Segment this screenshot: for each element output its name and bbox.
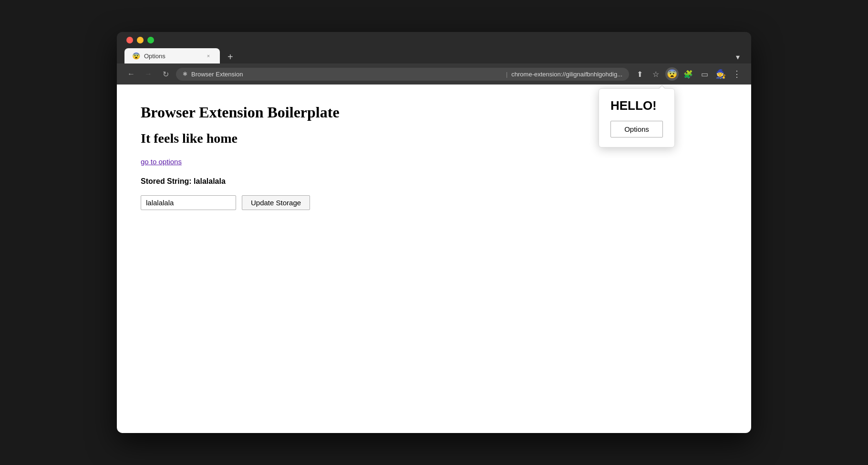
- minimize-window-button[interactable]: [137, 37, 144, 43]
- new-tab-button[interactable]: +: [222, 50, 239, 63]
- popup-options-button[interactable]: Options: [610, 121, 663, 137]
- extensions-puzzle-button[interactable]: 🧩: [682, 67, 695, 81]
- tab-dropdown-button[interactable]: ▾: [732, 51, 744, 63]
- share-button[interactable]: ⬆: [633, 67, 646, 81]
- extension-active-button[interactable]: 😨: [665, 67, 679, 81]
- extension-popup: HELLO! Options: [599, 88, 675, 148]
- extension-emoji-icon: 😨: [667, 69, 677, 79]
- address-bar[interactable]: ✱ Browser Extension | chrome-extension:/…: [176, 68, 629, 81]
- site-name: Browser Extension: [191, 71, 502, 78]
- storage-row: Update Storage: [141, 195, 727, 210]
- address-url: chrome-extension://gilignaifbnhlgohdig..…: [511, 71, 622, 78]
- forward-button[interactable]: →: [142, 67, 155, 81]
- browser-menu-button[interactable]: ⋮: [730, 67, 744, 81]
- maximize-window-button[interactable]: [147, 37, 154, 43]
- popup-arrow: [658, 85, 666, 89]
- storage-input[interactable]: [141, 195, 236, 210]
- active-tab[interactable]: 😨 Options ×: [124, 48, 220, 63]
- address-bar-area: ← → ↻ ✱ Browser Extension | chrome-exten…: [117, 63, 751, 85]
- tab-close-button[interactable]: ×: [205, 52, 212, 60]
- title-bar: 😨 Options × + ▾: [117, 32, 751, 63]
- tab-title: Options: [144, 53, 201, 60]
- page-content: Browser Extension Boilerplate It feels l…: [117, 85, 751, 433]
- close-window-button[interactable]: [126, 37, 133, 43]
- update-storage-button[interactable]: Update Storage: [242, 195, 310, 210]
- tab-extension-icon: 😨: [132, 52, 140, 60]
- go-to-options-link[interactable]: go to options: [141, 158, 182, 166]
- popup-hello-text: HELLO!: [610, 98, 663, 113]
- toolbar-icons: ⬆ ☆ 😨 🧩 ▭ 🧙 ⋮: [633, 67, 744, 81]
- browser-window: 😨 Options × + ▾ ← → ↻ ✱ Browser Extensio…: [117, 32, 751, 433]
- back-button[interactable]: ←: [124, 67, 138, 81]
- avatar-emoji: 🧙: [715, 69, 726, 79]
- tab-bar: 😨 Options × + ▾: [124, 48, 744, 63]
- stored-string-label: Stored String: lalalalala: [141, 177, 727, 186]
- bookmark-button[interactable]: ☆: [649, 67, 662, 81]
- sidebar-button[interactable]: ▭: [698, 67, 711, 81]
- reload-button[interactable]: ↻: [159, 67, 172, 81]
- user-avatar-button[interactable]: 🧙: [714, 67, 727, 81]
- address-separator: |: [506, 71, 507, 78]
- traffic-lights: [124, 37, 744, 43]
- extension-protocol-icon: ✱: [183, 71, 187, 77]
